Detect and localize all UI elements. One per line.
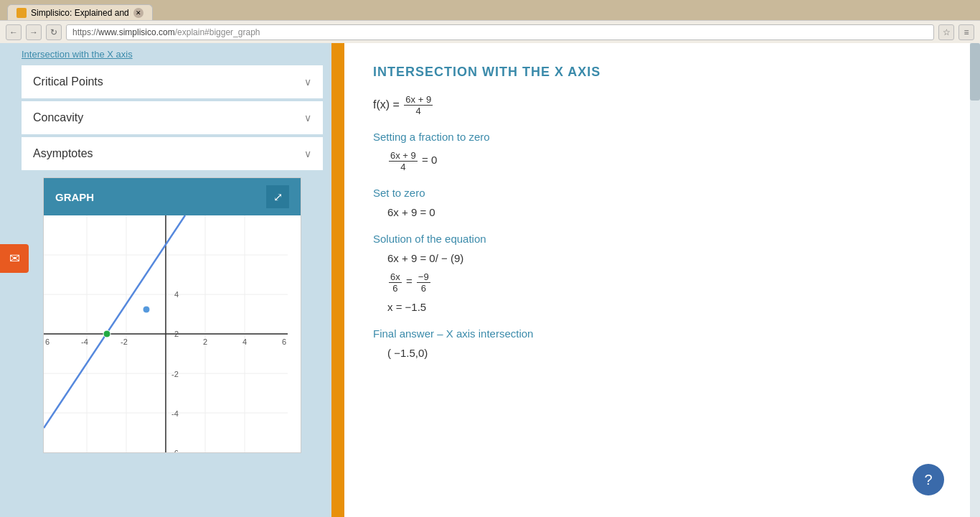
sidebar-nav: Intersection with the X axis Critical Po… (0, 43, 344, 453)
main-content: Intersection with the X axis Critical Po… (0, 43, 980, 517)
step3-text3: x = −1.5 (387, 301, 426, 313)
subtitle-step3: Solution of the equation (373, 233, 951, 245)
step3-rden: 6 (420, 283, 428, 294)
chevron-down-icon-2: ∨ (304, 112, 311, 124)
step1-num: 6x + 9 (389, 150, 418, 162)
expand-icon: ⤢ (273, 190, 283, 204)
step3-lden: 6 (391, 283, 399, 294)
url-scheme: https:// (72, 27, 98, 37)
graph-header: GRAPH ⤢ (44, 178, 301, 215)
subtitle-step1: Setting a fraction to zero (373, 131, 951, 143)
tab-favicon (17, 8, 27, 18)
step3-text1: 6x + 9 = 0/ − (9) (387, 252, 463, 264)
svg-text:2: 2 (174, 330, 179, 338)
svg-text:-2: -2 (121, 337, 128, 346)
step2-math: 6x + 9 = 0 (373, 206, 951, 218)
url-host: www.simplisico.com (98, 27, 175, 37)
accordion-critical-points[interactable]: Critical Points ∨ (22, 65, 323, 98)
step2-line: 6x + 9 = 0 (387, 206, 435, 218)
chevron-down-icon: ∨ (304, 76, 311, 88)
sidebar-top-link[interactable]: Intersection with the X axis (22, 43, 323, 65)
svg-point-25 (143, 306, 150, 313)
step4-answer: ( −1.5,0) (373, 347, 951, 359)
svg-text:6: 6 (282, 337, 286, 346)
accordion-label-asymptotes: Asymptotes (33, 147, 93, 160)
main-formula: f(x) = 6x + 9 4 (373, 94, 951, 116)
nav-bar: ← → ↻ https://www.simplisico.com/explain… (0, 20, 980, 43)
graph-container: GRAPH ⤢ (43, 177, 301, 453)
back-button[interactable]: ← (6, 24, 22, 40)
accordion-asymptotes[interactable]: Asymptotes ∨ (22, 137, 323, 170)
chat-button[interactable]: ? (913, 464, 944, 495)
svg-text:4: 4 (242, 337, 247, 346)
graph-svg: -4 -2 2 4 6 6 4 2 -2 -4 -6 (44, 215, 288, 452)
fraction-numerator: 6x + 9 (404, 94, 433, 106)
scrollbar-thumb[interactable] (970, 43, 980, 101)
step1-den: 4 (399, 162, 407, 172)
step3-eq-sign: = (406, 275, 415, 287)
graph-title: GRAPH (55, 191, 94, 203)
scrollbar[interactable] (970, 43, 980, 517)
address-bar[interactable]: https://www.simplisico.com/explain#bigge… (66, 24, 934, 40)
accordion-label-critical-points: Critical Points (33, 75, 103, 88)
browser-tab[interactable]: Simplisico: Explained and ✕ (7, 4, 153, 20)
svg-text:-4: -4 (81, 337, 88, 346)
fraction-denominator: 4 (415, 106, 423, 116)
browser-chrome: Simplisico: Explained and ✕ ← → ↻ https:… (0, 0, 980, 43)
chat-icon: ? (924, 472, 932, 488)
step1-fraction: 6x + 9 4 (389, 150, 418, 172)
subtitle-step4: Final answer – X axis intersection (373, 327, 951, 340)
subtitle-step2: Set to zero (373, 187, 951, 199)
svg-text:6: 6 (45, 337, 50, 346)
svg-line-23 (44, 215, 185, 428)
mail-icon: ✉ (9, 251, 20, 266)
function-label: f(x) = (373, 98, 400, 111)
right-content: INTERSECTION WITH THE X AXIS f(x) = 6x +… (344, 43, 980, 517)
step3-line1: 6x + 9 = 0/ − (9) (373, 252, 951, 264)
graph-area: -4 -2 2 4 6 6 4 2 -2 -4 -6 (44, 215, 288, 452)
section-title: INTERSECTION WITH THE X AXIS (373, 65, 951, 80)
step3-lnum: 6x (389, 271, 402, 283)
step3-line2: 6x 6 = −9 6 (373, 271, 951, 294)
svg-text:-2: -2 (171, 370, 179, 378)
step3-line3: x = −1.5 (373, 301, 951, 313)
svg-point-24 (103, 330, 110, 337)
step3-right-frac: −9 6 (417, 271, 430, 294)
expand-graph-button[interactable]: ⤢ (266, 185, 289, 208)
accordion-concavity[interactable]: Concavity ∨ (22, 101, 323, 134)
refresh-button[interactable]: ↻ (46, 24, 62, 40)
svg-text:4: 4 (174, 290, 179, 299)
url-path: /explain#bigger_graph (175, 27, 260, 37)
orange-sidebar-bar (331, 43, 344, 517)
step1-eq: = 0 (422, 154, 437, 166)
chevron-down-icon-3: ∨ (304, 148, 311, 159)
accordion-label-concavity: Concavity (33, 111, 83, 124)
tab-close-button[interactable]: ✕ (133, 8, 143, 18)
step3-rnum: −9 (417, 271, 430, 283)
step3-left-frac: 6x 6 (389, 271, 402, 294)
svg-text:-4: -4 (171, 409, 179, 418)
menu-button[interactable]: ≡ (958, 24, 974, 40)
bookmark-button[interactable]: ☆ (938, 24, 954, 40)
svg-text:-6: -6 (171, 449, 179, 452)
step4-text: ( −1.5,0) (387, 347, 428, 359)
main-fraction: 6x + 9 4 (404, 94, 433, 116)
step1-math: 6x + 9 4 = 0 (373, 150, 951, 172)
tab-title: Simplisico: Explained and (31, 8, 129, 18)
mail-button[interactable]: ✉ (0, 244, 29, 273)
svg-text:2: 2 (203, 337, 207, 346)
sidebar: Intersection with the X axis Critical Po… (0, 43, 344, 517)
tab-bar: Simplisico: Explained and ✕ (0, 0, 980, 20)
forward-button[interactable]: → (26, 24, 42, 40)
